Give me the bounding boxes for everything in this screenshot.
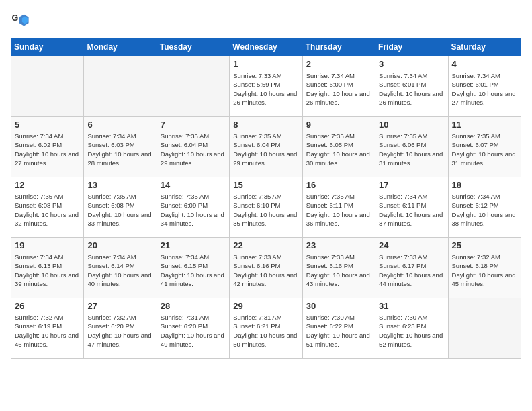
day-cell: 25 Sunrise: 7:32 AM Sunset: 6:18 PM Dayl…	[448, 238, 521, 298]
day-info: Sunrise: 7:34 AM Sunset: 6:14 PM Dayligh…	[87, 253, 152, 288]
day-cell: 31 Sunrise: 7:30 AM Sunset: 6:23 PM Dayl…	[375, 298, 448, 359]
day-number: 3	[379, 59, 444, 69]
day-info: Sunrise: 7:34 AM Sunset: 6:01 PM Dayligh…	[452, 71, 517, 107]
day-cell: 30 Sunrise: 7:30 AM Sunset: 6:22 PM Dayl…	[302, 298, 375, 359]
day-cell: 1 Sunrise: 7:33 AM Sunset: 5:59 PM Dayli…	[230, 56, 302, 117]
day-number: 9	[306, 120, 371, 130]
day-number: 17	[379, 180, 444, 190]
day-info: Sunrise: 7:33 AM Sunset: 6:16 PM Dayligh…	[233, 253, 298, 288]
day-cell: 24 Sunrise: 7:33 AM Sunset: 6:17 PM Dayl…	[375, 238, 448, 298]
day-info: Sunrise: 7:35 AM Sunset: 6:10 PM Dayligh…	[233, 192, 298, 228]
day-number: 12	[15, 180, 80, 190]
day-cell: 12 Sunrise: 7:35 AM Sunset: 6:08 PM Dayl…	[11, 177, 84, 238]
day-info: Sunrise: 7:34 AM Sunset: 6:15 PM Dayligh…	[161, 253, 226, 288]
day-info: Sunrise: 7:35 AM Sunset: 6:05 PM Dayligh…	[306, 132, 371, 167]
day-cell: 17 Sunrise: 7:34 AM Sunset: 6:11 PM Dayl…	[375, 177, 448, 238]
day-number: 23	[306, 240, 371, 250]
day-cell: 5 Sunrise: 7:34 AM Sunset: 6:02 PM Dayli…	[11, 117, 84, 177]
day-number: 19	[15, 240, 80, 250]
svg-text:G: G	[11, 13, 18, 23]
day-info: Sunrise: 7:35 AM Sunset: 6:04 PM Dayligh…	[233, 132, 298, 167]
day-number: 8	[233, 120, 298, 130]
weekday-header: Saturday	[448, 38, 521, 56]
day-cell: 7 Sunrise: 7:35 AM Sunset: 6:04 PM Dayli…	[157, 117, 229, 177]
day-number: 27	[87, 301, 152, 311]
day-number: 25	[452, 240, 517, 250]
day-cell: 2 Sunrise: 7:34 AM Sunset: 6:00 PM Dayli…	[302, 56, 375, 117]
day-info: Sunrise: 7:35 AM Sunset: 6:08 PM Dayligh…	[15, 192, 80, 228]
day-cell: 20 Sunrise: 7:34 AM Sunset: 6:14 PM Dayl…	[84, 238, 157, 298]
day-number: 30	[306, 301, 371, 311]
day-info: Sunrise: 7:34 AM Sunset: 6:11 PM Dayligh…	[379, 192, 444, 228]
day-number: 11	[452, 120, 517, 130]
day-info: Sunrise: 7:32 AM Sunset: 6:18 PM Dayligh…	[452, 253, 517, 288]
day-number: 6	[87, 120, 152, 130]
day-cell: 27 Sunrise: 7:32 AM Sunset: 6:20 PM Dayl…	[84, 298, 157, 359]
day-number: 18	[452, 180, 517, 190]
day-info: Sunrise: 7:35 AM Sunset: 6:09 PM Dayligh…	[161, 192, 226, 228]
day-number: 20	[87, 240, 152, 250]
day-number: 13	[87, 180, 152, 190]
weekday-header: Thursday	[302, 38, 375, 56]
day-info: Sunrise: 7:35 AM Sunset: 6:08 PM Dayligh…	[87, 192, 152, 228]
day-number: 31	[379, 301, 444, 311]
day-info: Sunrise: 7:34 AM Sunset: 6:13 PM Dayligh…	[15, 253, 80, 288]
calendar-table: SundayMondayTuesdayWednesdayThursdayFrid…	[11, 38, 521, 359]
weekday-header: Monday	[84, 38, 157, 56]
day-info: Sunrise: 7:31 AM Sunset: 6:21 PM Dayligh…	[233, 313, 298, 349]
logo: G	[11, 11, 32, 30]
weekday-header: Tuesday	[157, 38, 229, 56]
day-info: Sunrise: 7:34 AM Sunset: 6:03 PM Dayligh…	[87, 132, 152, 167]
day-info: Sunrise: 7:34 AM Sunset: 6:00 PM Dayligh…	[306, 71, 371, 107]
day-number: 7	[161, 120, 226, 130]
day-cell: 11 Sunrise: 7:35 AM Sunset: 6:07 PM Dayl…	[448, 117, 521, 177]
day-cell: 16 Sunrise: 7:35 AM Sunset: 6:11 PM Dayl…	[302, 177, 375, 238]
day-number: 28	[161, 301, 226, 311]
day-cell: 21 Sunrise: 7:34 AM Sunset: 6:15 PM Dayl…	[157, 238, 229, 298]
day-info: Sunrise: 7:30 AM Sunset: 6:23 PM Dayligh…	[379, 313, 444, 349]
calendar-week-row: 12 Sunrise: 7:35 AM Sunset: 6:08 PM Dayl…	[11, 177, 521, 238]
day-info: Sunrise: 7:35 AM Sunset: 6:06 PM Dayligh…	[379, 132, 444, 167]
page-header: G	[11, 11, 521, 30]
day-info: Sunrise: 7:33 AM Sunset: 6:17 PM Dayligh…	[379, 253, 444, 288]
day-cell: 14 Sunrise: 7:35 AM Sunset: 6:09 PM Dayl…	[157, 177, 229, 238]
weekday-header: Friday	[375, 38, 448, 56]
day-info: Sunrise: 7:31 AM Sunset: 6:20 PM Dayligh…	[161, 313, 226, 349]
calendar-week-row: 1 Sunrise: 7:33 AM Sunset: 5:59 PM Dayli…	[11, 56, 521, 117]
day-number: 22	[233, 240, 298, 250]
day-info: Sunrise: 7:33 AM Sunset: 6:16 PM Dayligh…	[306, 253, 371, 288]
day-cell: 4 Sunrise: 7:34 AM Sunset: 6:01 PM Dayli…	[448, 56, 521, 117]
calendar-week-row: 5 Sunrise: 7:34 AM Sunset: 6:02 PM Dayli…	[11, 117, 521, 177]
day-cell: 10 Sunrise: 7:35 AM Sunset: 6:06 PM Dayl…	[375, 117, 448, 177]
day-number: 15	[233, 180, 298, 190]
day-info: Sunrise: 7:30 AM Sunset: 6:22 PM Dayligh…	[306, 313, 371, 349]
day-cell: 22 Sunrise: 7:33 AM Sunset: 6:16 PM Dayl…	[230, 238, 302, 298]
day-info: Sunrise: 7:34 AM Sunset: 6:12 PM Dayligh…	[452, 192, 517, 228]
day-info: Sunrise: 7:32 AM Sunset: 6:19 PM Dayligh…	[15, 313, 80, 349]
day-number: 10	[379, 120, 444, 130]
empty-cell	[448, 298, 521, 359]
day-number: 26	[15, 301, 80, 311]
day-cell: 9 Sunrise: 7:35 AM Sunset: 6:05 PM Dayli…	[302, 117, 375, 177]
day-cell: 26 Sunrise: 7:32 AM Sunset: 6:19 PM Dayl…	[11, 298, 84, 359]
day-number: 16	[306, 180, 371, 190]
day-cell: 8 Sunrise: 7:35 AM Sunset: 6:04 PM Dayli…	[230, 117, 302, 177]
day-info: Sunrise: 7:32 AM Sunset: 6:20 PM Dayligh…	[87, 313, 152, 349]
empty-cell	[84, 56, 157, 117]
day-info: Sunrise: 7:33 AM Sunset: 5:59 PM Dayligh…	[233, 71, 298, 107]
day-cell: 3 Sunrise: 7:34 AM Sunset: 6:01 PM Dayli…	[375, 56, 448, 117]
day-cell: 29 Sunrise: 7:31 AM Sunset: 6:21 PM Dayl…	[230, 298, 302, 359]
weekday-header: Wednesday	[230, 38, 302, 56]
day-info: Sunrise: 7:35 AM Sunset: 6:11 PM Dayligh…	[306, 192, 371, 228]
calendar-body: 1 Sunrise: 7:33 AM Sunset: 5:59 PM Dayli…	[11, 56, 521, 359]
day-cell: 19 Sunrise: 7:34 AM Sunset: 6:13 PM Dayl…	[11, 238, 84, 298]
day-info: Sunrise: 7:35 AM Sunset: 6:07 PM Dayligh…	[452, 132, 517, 167]
day-info: Sunrise: 7:34 AM Sunset: 6:02 PM Dayligh…	[15, 132, 80, 167]
day-cell: 23 Sunrise: 7:33 AM Sunset: 6:16 PM Dayl…	[302, 238, 375, 298]
calendar-week-row: 19 Sunrise: 7:34 AM Sunset: 6:13 PM Dayl…	[11, 238, 521, 298]
day-number: 29	[233, 301, 298, 311]
day-number: 5	[15, 120, 80, 130]
logo-icon: G	[11, 11, 30, 30]
empty-cell	[157, 56, 229, 117]
day-number: 4	[452, 59, 517, 69]
